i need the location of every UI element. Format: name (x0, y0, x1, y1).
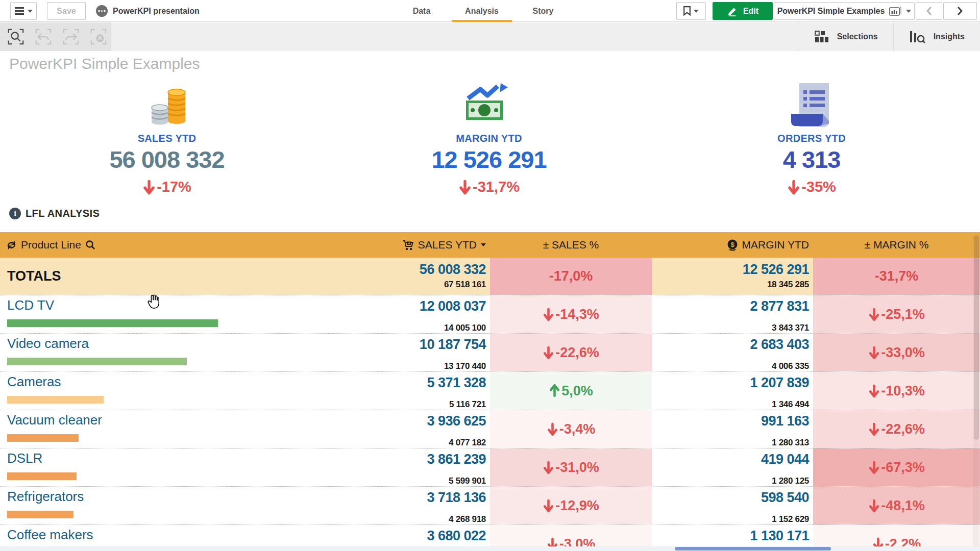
kpi-value: 12 526 291 (397, 145, 581, 173)
smart-search-icon[interactable] (6, 27, 26, 46)
margin-cell[interactable]: 598 5401 152 629 (652, 487, 813, 524)
margin-cell[interactable]: 1 207 8391 346 494 (652, 372, 813, 410)
totals-row: TOTALS 56 008 332 67 518 161 -17,0% 12 5… (0, 258, 980, 295)
sales-pct-cell[interactable]: 5,0% (490, 372, 652, 410)
sales-pct-cell[interactable]: -31,0% (490, 448, 652, 486)
product-cell[interactable]: Refrigerators (0, 487, 328, 524)
sales-value: 5 371 328 (328, 375, 486, 390)
arrow-down-icon (868, 499, 880, 513)
sales-prev-value: 5 599 901 (328, 476, 486, 486)
kpi-label: ORDERS YTD (720, 133, 903, 144)
sales-pct-cell[interactable]: -22,6% (490, 334, 652, 371)
product-cell[interactable]: Video camera (0, 334, 328, 371)
sales-cell[interactable]: 5 371 3285 116 721 (328, 372, 490, 410)
search-icon[interactable] (85, 240, 95, 250)
sales-value: 10 187 754 (328, 337, 486, 352)
horizontal-scrollbar-thumb[interactable] (675, 547, 831, 550)
product-cell[interactable]: LCD TV (0, 295, 328, 333)
table-header-row: Product Line SALES YTD ± SALES % $ MARGI… (0, 232, 980, 258)
sales-pct-cell[interactable]: -14,3% (490, 295, 652, 333)
arrow-down-icon (868, 384, 880, 398)
kpi-margin-ytd[interactable]: MARGIN YTD 12 526 291 -31,7% (397, 83, 581, 195)
product-cell[interactable]: Cameras (0, 372, 328, 410)
step-back-icon[interactable] (34, 27, 53, 46)
column-header-sales-pct[interactable]: ± SALES % (490, 239, 652, 251)
sales-pct-value: -22,6% (555, 345, 599, 361)
column-header-margin-pct[interactable]: ± MARGIN % (813, 239, 980, 251)
sales-bar (7, 472, 77, 480)
previous-sheet-button[interactable] (916, 2, 942, 20)
arrow-down-icon (868, 346, 880, 360)
insights-button[interactable]: Insights (893, 22, 980, 51)
margin-pct-cell[interactable]: -67,3% (813, 448, 980, 486)
tab-story[interactable]: Story (527, 0, 559, 22)
arrow-down-icon (543, 346, 554, 360)
sales-pct-cell[interactable]: -12,9% (490, 487, 652, 524)
sales-pct-cell[interactable]: -3,4% (490, 410, 652, 448)
tab-data[interactable]: Data (406, 0, 437, 22)
product-name[interactable]: Vacuum cleaner (0, 412, 328, 428)
vertical-scrollbar[interactable] (973, 235, 979, 551)
totals-margin-pct: -31,7% (813, 258, 980, 295)
step-forward-icon[interactable] (61, 27, 81, 46)
margin-pct-cell[interactable]: -33,0% (813, 334, 980, 371)
tab-analysis[interactable]: Analysis (452, 0, 512, 22)
sales-bar (7, 396, 104, 404)
product-cell[interactable]: Vacuum cleaner (0, 410, 328, 448)
sales-cell[interactable]: 3 936 6254 077 182 (328, 410, 490, 448)
save-button[interactable]: Save (47, 2, 86, 20)
next-sheet-button[interactable] (943, 2, 977, 20)
insights-icon (909, 30, 925, 43)
arrow-down-icon (787, 180, 800, 195)
product-name[interactable]: Coffee makers (0, 527, 328, 543)
product-cell[interactable]: DSLR (0, 448, 328, 486)
margin-cell[interactable]: 2 877 8313 843 371 (652, 295, 813, 333)
column-header-sales[interactable]: SALES YTD (328, 239, 490, 251)
product-name[interactable]: Refrigerators (0, 489, 328, 505)
margin-pct-cell[interactable]: -48,1% (813, 487, 980, 524)
chevron-left-icon (926, 6, 932, 16)
edit-button[interactable]: Edit (713, 2, 773, 20)
margin-value: 2 877 831 (652, 298, 809, 314)
column-header-margin[interactable]: $ MARGIN YTD (652, 239, 813, 251)
sales-bar (7, 511, 74, 518)
margin-value: 1 130 171 (652, 528, 809, 543)
product-name[interactable]: DSLR (0, 450, 328, 466)
kpi-sales-ytd[interactable]: SALES YTD 56 008 332 -17% (75, 83, 259, 195)
margin-cell[interactable]: 2 683 4034 006 335 (652, 334, 813, 371)
kpi-orders-ytd[interactable]: ORDERS YTD 4 313 -35% (720, 83, 903, 195)
sheet-selector[interactable]: PowerKPI Simple Examples (774, 2, 915, 20)
margin-prev-value: 1 280 313 (652, 438, 809, 448)
selections-button[interactable]: Selections (799, 22, 893, 51)
arrow-down-icon (543, 308, 554, 321)
margin-prev-value: 4 006 335 (652, 361, 809, 371)
sales-cell[interactable]: 3 718 1364 268 918 (328, 487, 490, 524)
margin-pct-cell[interactable]: -25,1% (813, 295, 980, 333)
main-menu-button[interactable] (10, 2, 37, 20)
margin-cell[interactable]: 419 0441 280 125 (652, 448, 813, 486)
margin-pct-value: -67,3% (881, 460, 925, 475)
app-options-icon[interactable] (96, 5, 108, 17)
margin-pct-cell[interactable]: -10,3% (813, 372, 980, 410)
product-name[interactable]: LCD TV (0, 297, 328, 313)
bookmark-button[interactable] (676, 2, 706, 20)
info-icon[interactable]: i (9, 208, 21, 219)
kpi-value: 56 008 332 (75, 145, 259, 173)
chevron-down-icon (694, 10, 699, 13)
arrow-down-icon (868, 422, 880, 436)
margin-value: 419 044 (652, 452, 809, 467)
margin-pct-cell[interactable]: -22,6% (813, 410, 980, 448)
product-name[interactable]: Video camera (0, 336, 328, 352)
column-header-product[interactable]: Product Line (0, 239, 328, 251)
horizontal-scrollbar[interactable] (0, 546, 980, 551)
chevron-down-icon (28, 10, 33, 13)
sales-cell[interactable]: 3 861 2395 599 901 (328, 448, 490, 486)
bookmark-icon (683, 6, 691, 16)
vertical-scrollbar-thumb[interactable] (974, 236, 979, 440)
clear-selections-icon[interactable] (89, 27, 108, 46)
margin-cell[interactable]: 991 1631 280 313 (652, 410, 813, 448)
product-name[interactable]: Cameras (0, 374, 328, 390)
sales-cell[interactable]: 10 187 75413 170 440 (328, 334, 490, 371)
sales-cell[interactable]: 12 008 03714 005 100 (328, 295, 490, 333)
sales-pct-value: -31,0% (555, 460, 599, 475)
